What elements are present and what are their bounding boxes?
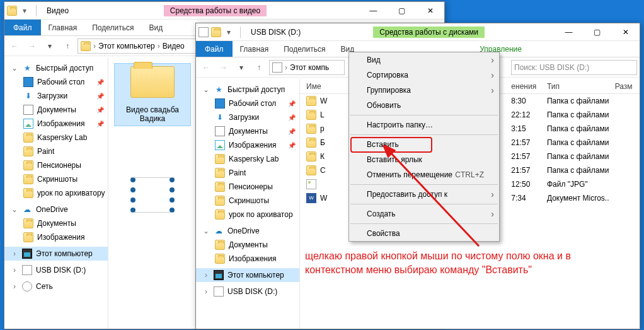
mi-label: Отменить перемещение: [367, 170, 452, 179]
nav-label: Изображения: [229, 254, 276, 263]
col-type[interactable]: Тип: [541, 82, 609, 91]
nav-pictures[interactable]: Изображения📌: [196, 138, 299, 152]
close-button[interactable]: ✕: [416, 2, 444, 20]
cell-date: 8:30: [505, 97, 541, 105]
tab-home[interactable]: Главная: [233, 41, 277, 57]
menu-group[interactable]: Группировка: [349, 83, 499, 98]
menu-properties[interactable]: Свойства: [349, 226, 499, 241]
menu-view[interactable]: Вид: [349, 52, 499, 68]
onedrive-icon: ☁: [22, 204, 32, 215]
titlebar[interactable]: ▾ Видео Средства работы с видео — ▢ ✕: [4, 2, 444, 20]
chevron-right-icon[interactable]: ›: [93, 42, 96, 50]
back-button[interactable]: ←: [7, 38, 22, 54]
menu-customize[interactable]: Настроить папку…: [349, 117, 499, 133]
tab-view[interactable]: Вид: [141, 20, 170, 35]
tab-file[interactable]: Файл: [196, 41, 233, 57]
nav-downloads[interactable]: ⬇Загрузки📌: [4, 89, 108, 103]
breadcrumb[interactable]: › Этот компь: [269, 60, 345, 75]
nav-pensioners[interactable]: Пенсионеры: [196, 180, 299, 194]
back-button[interactable]: ←: [198, 60, 214, 75]
menu-undo-move[interactable]: Отменить перемещениеCTRL+Z: [349, 167, 499, 182]
menu-refresh[interactable]: Обновить: [349, 98, 499, 113]
nav-onedrive-pics[interactable]: Изображения: [4, 230, 108, 244]
nav-paint[interactable]: Paint: [196, 166, 299, 180]
titlebar[interactable]: ▾ USB DISK (D:) Средства работы с дискам…: [196, 23, 640, 41]
folder-icon: [23, 160, 33, 170]
minimize-button[interactable]: —: [359, 2, 388, 20]
nav-archlesson[interactable]: урок по архиватор: [196, 208, 299, 221]
nav-screenshots[interactable]: Скриншоты: [4, 172, 108, 186]
search-input[interactable]: Поиск: USB DISK (D:): [511, 60, 637, 75]
nav-archlesson[interactable]: урок по архиватору: [4, 186, 108, 200]
minimize-button[interactable]: —: [555, 23, 583, 41]
menu-paste-shortcut[interactable]: Вставить ярлык: [349, 152, 499, 167]
context-menu[interactable]: Вид Сортировка Группировка Обновить Наст…: [348, 52, 500, 242]
col-size[interactable]: Разм: [609, 82, 640, 91]
tab-home[interactable]: Главная: [41, 20, 85, 35]
nav-pane[interactable]: ⌄★Быстрый доступ Рабочий стол📌 ⬇Загрузки…: [196, 79, 300, 329]
nav-pane[interactable]: ⌄★Быстрый доступ Рабочий стол📌 ⬇Загрузки…: [4, 57, 108, 329]
video-thumbnail[interactable]: [115, 177, 190, 213]
crumb-current[interactable]: Видео: [163, 42, 185, 50]
folder-item-selected[interactable]: Видео свадьба Вадика: [115, 64, 190, 126]
menu-paste[interactable]: Вставить: [349, 137, 499, 152]
recent-dropdown[interactable]: ▾: [42, 38, 57, 54]
qat-arrow-icon[interactable]: ▾: [20, 6, 30, 16]
nav-onedrive[interactable]: ⌄☁OneDrive: [196, 224, 299, 238]
mi-label: Группировка: [367, 86, 411, 95]
qat-arrow-icon[interactable]: ▾: [224, 27, 234, 37]
menu-new[interactable]: Создать: [349, 206, 499, 221]
folder-icon: [23, 188, 33, 198]
nav-quick-access[interactable]: ⌄★Быстрый доступ: [196, 83, 299, 97]
nav-pictures[interactable]: Изображения📌: [4, 117, 108, 131]
chevron-right-icon[interactable]: ›: [158, 42, 160, 50]
crumb-thispc[interactable]: Этот компь: [290, 63, 329, 72]
nav-network[interactable]: ›Сеть: [4, 280, 108, 293]
nav-documents[interactable]: Документы📌: [4, 103, 108, 117]
nav-downloads[interactable]: ⬇Загрузки📌: [196, 110, 299, 124]
nav-desktop[interactable]: Рабочий стол📌: [196, 97, 299, 110]
nav-quick-access[interactable]: ⌄★Быстрый доступ: [4, 61, 108, 75]
maximize-button[interactable]: ▢: [388, 2, 416, 20]
nav-onedrive-pics[interactable]: Изображения: [196, 252, 299, 266]
maximize-button[interactable]: ▢: [583, 23, 611, 41]
nav-screenshots[interactable]: Скриншоты: [196, 194, 299, 208]
folder-icon: [23, 232, 33, 242]
folder-icon: [215, 254, 225, 264]
menu-sort[interactable]: Сортировка: [349, 68, 499, 83]
up-button[interactable]: ↑: [251, 60, 267, 75]
location-icon: [81, 41, 91, 51]
nav-desktop[interactable]: Рабочий стол📌: [4, 75, 108, 89]
nav-paint[interactable]: Paint: [4, 144, 108, 158]
nav-this-pc[interactable]: ›Этот компьютер: [4, 247, 108, 261]
nav-usb[interactable]: ›USB DISK (D:): [4, 263, 108, 277]
col-date[interactable]: енения: [505, 82, 541, 91]
tab-file[interactable]: Файл: [4, 20, 41, 35]
menu-share-access[interactable]: Предоставить доступ к: [349, 187, 499, 202]
crumb-thispc[interactable]: Этот компьютер: [98, 42, 155, 50]
chevron-right-icon[interactable]: ›: [285, 63, 287, 72]
nav-label: Быстрый доступ: [227, 85, 285, 94]
nav-onedrive[interactable]: ⌄☁OneDrive: [4, 203, 108, 216]
tab-share[interactable]: Поделиться: [84, 20, 141, 35]
close-button[interactable]: ✕: [611, 23, 640, 41]
up-button[interactable]: ↑: [60, 38, 75, 54]
recent-dropdown[interactable]: ▾: [234, 60, 249, 75]
pictures-icon: [23, 119, 33, 129]
nav-onedrive-docs[interactable]: Документы: [4, 216, 108, 230]
folder-icon: [306, 124, 316, 134]
nav-usb[interactable]: ›USB DISK (D:): [196, 285, 299, 298]
nav-kaspersky[interactable]: Kaspersky Lab: [4, 131, 108, 144]
nav-kaspersky[interactable]: Kaspersky Lab: [196, 152, 299, 166]
forward-button[interactable]: →: [216, 60, 231, 75]
nav-this-pc[interactable]: ›Этот компьютер: [196, 268, 299, 282]
contextual-tab-label: Средства работы с видео: [164, 5, 267, 16]
folder-icon: [215, 182, 225, 192]
forward-button[interactable]: →: [25, 38, 40, 54]
location-icon: [272, 62, 282, 73]
nav-documents[interactable]: Документы📌: [196, 124, 299, 138]
pin-icon: 📌: [288, 100, 296, 107]
nav-onedrive-docs[interactable]: Документы: [196, 238, 299, 252]
tab-share[interactable]: Поделиться: [276, 41, 333, 57]
nav-pensioners[interactable]: Пенсионеры: [4, 158, 108, 172]
